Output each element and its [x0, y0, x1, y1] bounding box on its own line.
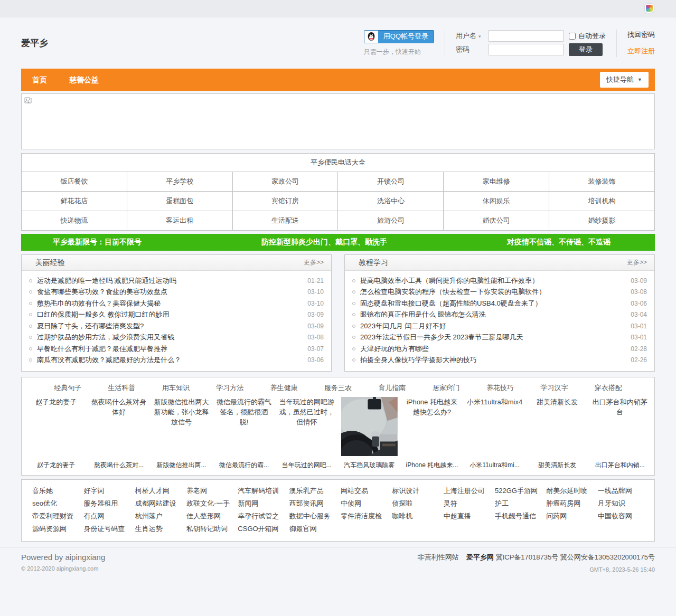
- friend-link[interactable]: 耐美尔延时喷: [546, 486, 592, 496]
- friend-link[interactable]: 成都网站建设: [135, 499, 181, 508]
- friend-link[interactable]: 中国妆容网: [598, 511, 644, 521]
- phone-category-cell[interactable]: 客运出租: [127, 211, 232, 231]
- icp-link[interactable]: 冀ICP备17018735号 冀公网安备13053202000175号: [496, 553, 655, 561]
- friend-link[interactable]: 汽车解码培训: [238, 486, 284, 496]
- article-link[interactable]: 天津好玩的地方有哪些: [360, 344, 626, 354]
- tag-link[interactable]: 经典句子: [54, 383, 81, 393]
- friend-link[interactable]: 佳人整形网: [186, 511, 232, 521]
- card-thumb-text[interactable]: 当年玩过的网吧游戏，虽然已过时，但情怀: [278, 397, 335, 456]
- tag-link[interactable]: 生活科普: [108, 383, 136, 393]
- friend-link[interactable]: 柯桥人才网: [135, 486, 181, 496]
- tag-link[interactable]: 用车知识: [162, 383, 190, 393]
- auto-login-checkbox[interactable]: [569, 33, 576, 40]
- card-thumb-text[interactable]: 熬夜喝什么茶对身体好: [91, 397, 147, 456]
- friend-link[interactable]: 灵符: [444, 499, 490, 508]
- quick-nav-button[interactable]: 快捷导航 ▼: [600, 72, 649, 88]
- article-card[interactable]: 当年玩过的网吧游戏，虽然已过时，但情怀当年玩过的网吧...: [278, 397, 335, 470]
- friend-link[interactable]: 上海注册公司: [444, 486, 490, 496]
- phone-category-cell[interactable]: 家电维修: [444, 172, 549, 192]
- card-caption[interactable]: 新版微信推出两...: [153, 461, 210, 470]
- tag-link[interactable]: 育儿指南: [378, 383, 406, 393]
- phone-category-cell[interactable]: 蛋糕面包: [127, 192, 232, 211]
- friend-link[interactable]: 数据中心服务: [289, 511, 335, 521]
- nav-item-home[interactable]: 首页: [21, 69, 58, 91]
- friend-link[interactable]: 护工: [495, 499, 541, 508]
- phone-category-cell[interactable]: 休闲娱乐: [444, 192, 549, 211]
- friend-link[interactable]: 政联文化-一手: [186, 499, 232, 508]
- site-logo[interactable]: 爱平乡: [21, 37, 48, 49]
- article-card[interactable]: 微信最流行的霸气签名，很酷很洒脱!微信最流行的霸...: [216, 397, 273, 470]
- article-link[interactable]: 夏日除了寸头，还有哪些清爽发型?: [37, 321, 303, 331]
- footer-site-name[interactable]: 爱平乡网: [466, 553, 494, 561]
- friend-link[interactable]: 月牙知识: [598, 499, 644, 508]
- card-caption[interactable]: 熬夜喝什么茶对...: [91, 461, 147, 470]
- card-thumb-text[interactable]: 赵子龙的妻子: [28, 397, 84, 456]
- friend-link[interactable]: 中侦网: [341, 499, 387, 508]
- article-link[interactable]: 提高电脑效率小工具（瞬间提升你的电脑性能和工作效率）: [360, 276, 626, 286]
- article-card[interactable]: 熬夜喝什么茶对身体好熬夜喝什么茶对...: [91, 397, 147, 470]
- friend-link[interactable]: seo优化: [32, 499, 78, 508]
- more-link[interactable]: 更多>>: [304, 258, 324, 267]
- card-thumb-text[interactable]: 小米11ultra和mix4: [466, 397, 523, 456]
- article-card[interactable]: 出口茅台和内销茅台出口茅台和内销...: [592, 397, 648, 470]
- article-link[interactable]: 食盐有哪些美容功效？食盐的美容功效盘点: [37, 287, 303, 297]
- friend-link[interactable]: 肿瘤药房网: [546, 499, 592, 508]
- qq-login-button[interactable]: 用QQ帐号登录: [364, 30, 434, 43]
- article-link[interactable]: 敷热毛巾的功效有什么？美容保健大揭秘: [37, 299, 303, 308]
- friend-link[interactable]: 一线品牌网: [598, 486, 644, 496]
- friend-link[interactable]: 音乐她: [32, 486, 78, 496]
- tag-link[interactable]: 穿衣搭配: [595, 383, 622, 393]
- friend-link[interactable]: 新闻网: [238, 499, 284, 508]
- friend-link[interactable]: 杭州落户: [135, 511, 181, 521]
- article-link[interactable]: 固态硬盘和雷电接口硬盘（超高性能的USB4.0硬盘盒来了）: [360, 299, 626, 308]
- nav-item-charity[interactable]: 慈善公益: [58, 69, 110, 91]
- friend-link[interactable]: 身份证号码查: [83, 524, 129, 534]
- friend-link[interactable]: 好字词: [83, 486, 129, 496]
- phone-category-cell[interactable]: 开锁公司: [338, 172, 444, 192]
- auto-login[interactable]: 自动登录: [569, 31, 606, 41]
- card-caption[interactable]: 小米11ultra和mi...: [466, 461, 523, 470]
- card-caption[interactable]: 出口茅台和内销...: [592, 461, 648, 470]
- article-link[interactable]: 口红的保质期一般多久 教你过期口红的妙用: [37, 310, 303, 319]
- phone-category-cell[interactable]: 生活配送: [232, 211, 338, 231]
- card-image-car-windshield[interactable]: [341, 397, 398, 456]
- card-caption[interactable]: iPhone 耗电越来...: [404, 461, 461, 470]
- phone-category-cell[interactable]: 平乡学校: [127, 172, 232, 192]
- friend-link[interactable]: 网站交易: [341, 486, 387, 496]
- friend-link[interactable]: 零件清洁度检: [341, 511, 387, 521]
- palette-icon[interactable]: [645, 4, 654, 13]
- phone-category-cell[interactable]: 快递物流: [22, 211, 127, 231]
- card-thumb-text[interactable]: 新版微信推出两大新功能，张小龙释放信号: [153, 397, 210, 456]
- friend-link[interactable]: 帝爱利理财资: [32, 511, 78, 521]
- friend-link[interactable]: CSGO开箱网: [238, 524, 284, 534]
- username-input[interactable]: [489, 30, 564, 42]
- friend-link[interactable]: 侦探啦: [392, 499, 438, 508]
- phone-category-cell[interactable]: 装修装饰: [549, 172, 655, 192]
- friend-link[interactable]: 生肖运势: [135, 524, 181, 534]
- friend-link[interactable]: 咖啡机: [392, 511, 438, 521]
- card-caption[interactable]: 微信最流行的霸...: [216, 461, 273, 470]
- card-thumb-text[interactable]: 微信最流行的霸气签名，很酷很洒脱!: [216, 397, 273, 456]
- friend-link[interactable]: 源码资源网: [32, 524, 78, 534]
- card-caption[interactable]: 赵子龙的妻子: [28, 461, 84, 470]
- article-link[interactable]: 拍摄全身人像技巧学学摄影大神的技巧: [360, 355, 626, 365]
- username-label[interactable]: 用户名▾: [456, 31, 489, 41]
- article-card[interactable]: iPhone 耗电越来越快怎么办?iPhone 耗电越来...: [404, 397, 461, 470]
- tag-link[interactable]: 养生健康: [270, 383, 298, 393]
- phone-category-cell[interactable]: 婚纱摄影: [549, 211, 655, 231]
- card-caption[interactable]: 汽车挡风玻璃除雾: [341, 461, 398, 470]
- article-card[interactable]: 赵子龙的妻子赵子龙的妻子: [28, 397, 84, 470]
- tag-link[interactable]: 学习方法: [216, 383, 243, 393]
- register-link[interactable]: 立即注册: [627, 46, 655, 56]
- phone-category-cell[interactable]: 婚庆公司: [444, 211, 549, 231]
- article-link[interactable]: 运动是减肥的唯一途径吗 减肥只能通过运动吗: [37, 276, 303, 286]
- phone-category-cell[interactable]: 洗浴中心: [338, 192, 444, 211]
- article-card[interactable]: 汽车挡风玻璃除雾: [341, 397, 398, 470]
- card-caption[interactable]: 当年玩过的网吧...: [278, 461, 335, 470]
- friend-link[interactable]: 幸孕行试管之: [238, 511, 284, 521]
- phone-category-cell[interactable]: 鲜花花店: [22, 192, 127, 211]
- article-link[interactable]: 早餐吃什么有利于减肥？最佳减肥早餐推荐: [37, 344, 303, 354]
- friend-link[interactable]: 私钥转记助词: [186, 524, 232, 534]
- phone-category-cell[interactable]: 宾馆订房: [232, 192, 338, 211]
- friend-link[interactable]: 服务器租用: [83, 499, 129, 508]
